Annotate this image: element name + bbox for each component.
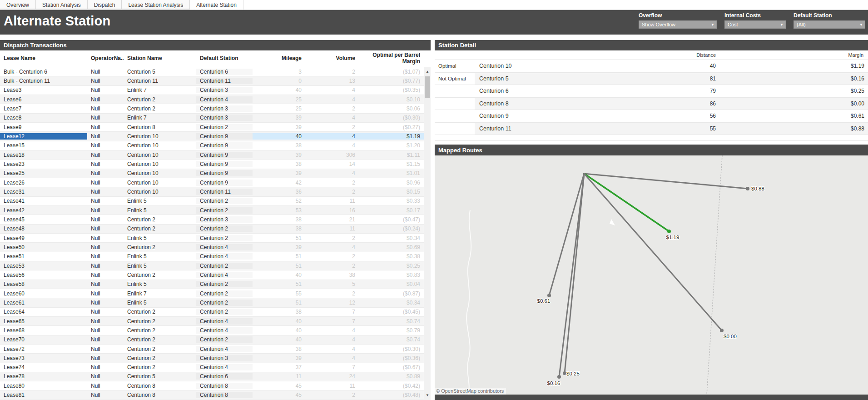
internal-costs-dropdown[interactable]: Cost ▼ (724, 20, 786, 29)
cell-mileage: 40 (253, 336, 305, 343)
mapped-routes-panel: Mapped Routes $0.88$1.19$0.61$0.00$0.25$… (435, 145, 868, 400)
default-station-dropdown[interactable]: (All) ▼ (794, 20, 865, 29)
cell-volume: 4 (305, 133, 359, 140)
station-detail-row[interactable]: OptimalCenturion 1040$1.19 (435, 60, 868, 73)
cell-mileage: 39 (253, 152, 305, 158)
route-endpoint[interactable] (563, 371, 566, 375)
table-row[interactable]: Lease12NullCenturion 10Centurion 9404$1.… (0, 132, 424, 141)
route-line-centurion-8[interactable] (584, 174, 722, 330)
cell-default-station: Centurion 2 (196, 263, 253, 269)
table-row[interactable]: Lease25NullCenturion 10Centurion 9394$1.… (0, 169, 424, 178)
cell-volume: 16 (305, 207, 359, 214)
table-row[interactable]: Lease31NullCenturion 10Centurion 11362$0… (0, 187, 424, 196)
cell-margin: $0.89 (359, 373, 424, 380)
dropdown-value: Cost (728, 22, 738, 27)
route-endpoint[interactable] (667, 230, 671, 233)
table-row[interactable]: Lease7NullCenturion 2Centurion 3252$0.06 (0, 104, 424, 113)
cell-station-name: Enlink 7 (124, 115, 196, 121)
table-row[interactable]: Lease56NullCenturion 2Centurion 44038$0.… (0, 270, 424, 280)
scrollbar-thumb[interactable] (425, 76, 430, 98)
table-row[interactable]: Lease49NullEnlink 5Centurion 2512$0.34 (0, 234, 424, 243)
overflow-dropdown[interactable]: Show Overflow ▼ (639, 20, 717, 29)
tab-alternate-station[interactable]: Alternate Station (190, 0, 243, 10)
table-row[interactable]: Lease68NullCenturion 2Centurion 4404$0.7… (0, 326, 424, 335)
table-row[interactable]: Bulk - Centurion 6NullCenturion 5Centuri… (0, 67, 424, 76)
table-row[interactable]: Lease60NullEnlink 7Centurion 2552($0.87) (0, 289, 424, 298)
tab-dispatch[interactable]: Dispatch (88, 0, 122, 10)
table-row[interactable]: Lease48NullCenturion 2Centurion 23811($0… (0, 225, 424, 234)
route-line-centurion-11[interactable] (584, 174, 748, 189)
table-row[interactable]: Lease3NullEnlink 7Centurion 3404($0.35) (0, 86, 424, 95)
table-row[interactable]: Lease74NullCenturion 2Centurion 4377($0.… (0, 363, 424, 372)
route-map[interactable]: $0.88$1.19$0.61$0.00$0.25$0.16 © OpenStr… (435, 155, 868, 395)
cell-mileage: 37 (253, 364, 305, 370)
table-row[interactable]: Lease73NullCenturion 2Centurion 3394($0.… (0, 354, 424, 363)
cell-volume: 4 (305, 244, 359, 250)
tab-lease-station-analysis[interactable]: Lease Station Analysis (122, 0, 190, 10)
station-detail-row[interactable]: Not OptimalCenturion 581$0.16 (435, 73, 868, 85)
cell-lease-name: Lease53 (0, 263, 87, 269)
table-row[interactable]: Lease8NullEnlink 7Centurion 3394($0.30) (0, 114, 424, 123)
table-row[interactable]: Lease81NullCenturion 8Centurion 8452($0.… (0, 390, 424, 400)
table-row[interactable]: Lease50NullCenturion 2Centurion 4394$0.6… (0, 243, 424, 252)
cell-mileage: 55 (253, 290, 305, 297)
route-line-centurion-6[interactable] (565, 174, 584, 373)
table-row[interactable]: Lease65NullCenturion 2Centurion 4407$0.7… (0, 317, 424, 326)
cell-margin: ($0.67) (359, 364, 424, 370)
panel-title: Mapped Routes (435, 145, 868, 155)
route-endpoint[interactable] (557, 375, 561, 379)
route-line-centurion-5[interactable] (559, 174, 584, 377)
cell-margin: ($0.45) (359, 309, 424, 315)
cell-mileage: 51 (253, 263, 305, 269)
col-mileage: Mileage (253, 55, 305, 62)
scroll-down-icon[interactable]: ▼ (424, 391, 431, 399)
table-row[interactable]: Lease53NullEnlink 5Centurion 2512$0.25 (0, 261, 424, 270)
title-banner: Alternate Station Overflow Show Overflow… (0, 10, 868, 35)
cell-lease-name: Lease72 (0, 346, 87, 352)
table-row[interactable]: Lease80NullCenturion 8Centurion 84511($0… (0, 381, 424, 390)
scroll-up-icon[interactable]: ▲ (424, 68, 431, 75)
cell-station-name: Centurion 2 (124, 346, 196, 352)
table-row[interactable]: Lease6NullCenturion 2Centurion 4254$0.10 (0, 95, 424, 104)
route-endpoint[interactable] (547, 294, 551, 297)
cell-margin: $0.33 (359, 198, 424, 204)
cell-margin: $1.15 (359, 161, 424, 167)
cell-margin: ($1.07) (359, 69, 424, 75)
cell-default-station: Centurion 2 (196, 235, 253, 241)
table-row[interactable]: Lease72NullCenturion 2Centurion 4384($0.… (0, 345, 424, 354)
table-row[interactable]: Lease9NullCenturion 8Centurion 2392($0.2… (0, 123, 424, 132)
table-row[interactable]: Lease41NullEnlink 5Centurion 25211$0.33 (0, 197, 424, 206)
route-endpoint[interactable] (720, 329, 724, 332)
cell-mileage: 40 (253, 327, 305, 334)
table-row[interactable]: Lease42NullEnlink 5Centurion 25316$0.17 (0, 206, 424, 215)
table-row[interactable]: Lease70NullCenturion 2Centurion 2404$0.7… (0, 335, 424, 345)
cell-margin: ($0.36) (359, 355, 424, 361)
station-detail-row[interactable]: Centurion 956$0.61 (435, 110, 868, 123)
table-row[interactable]: Lease26NullCenturion 10Centurion 9422$0.… (0, 178, 424, 187)
table-row[interactable]: Lease45NullCenturion 2Centurion 33821($0… (0, 215, 424, 224)
route-endpoint[interactable] (746, 187, 749, 190)
cell-volume: 2 (305, 69, 359, 75)
table-row[interactable]: Lease18NullCenturion 10Centurion 939306$… (0, 150, 424, 160)
station-detail-row[interactable]: Centurion 679$0.25 (435, 85, 868, 98)
tab-overview[interactable]: Overview (0, 0, 36, 10)
table-row[interactable]: Lease61NullEnlink 5Centurion 25112$0.34 (0, 298, 424, 307)
vertical-scrollbar[interactable]: ▲ ▼ (424, 67, 431, 400)
cell-margin: $0.83 (359, 272, 424, 278)
cell-distance: 56 (650, 113, 720, 119)
tab-station-analysis[interactable]: Station Analysis (36, 0, 88, 10)
table-row[interactable]: Lease58NullEnlink 5Centurion 2515$0.04 (0, 280, 424, 289)
table-row[interactable]: Lease23NullCenturion 10Centurion 93814$1… (0, 160, 424, 169)
table-row[interactable]: Bulk - Centurion 11NullCenturion 11Centu… (0, 76, 424, 85)
cell-operator-name: Null (87, 105, 124, 112)
table-row[interactable]: Lease64NullCenturion 2Centurion 2387($0.… (0, 308, 424, 317)
table-row[interactable]: Lease51NullEnlink 5Centurion 4512$0.38 (0, 252, 424, 261)
station-detail-row[interactable]: Centurion 886$0.00 (435, 98, 868, 110)
cell-operator-name: Null (87, 263, 124, 269)
cell-margin: $0.61 (720, 113, 868, 119)
route-line-centurion-9[interactable] (549, 174, 584, 295)
station-detail-row[interactable]: Centurion 1155$0.88 (435, 123, 868, 135)
table-row[interactable]: Lease78NullCenturion 5Centurion 61124$0.… (0, 372, 424, 381)
cell-station-name: Centurion 10 (124, 189, 196, 195)
table-row[interactable]: Lease15NullCenturion 10Centurion 9384$1.… (0, 141, 424, 150)
